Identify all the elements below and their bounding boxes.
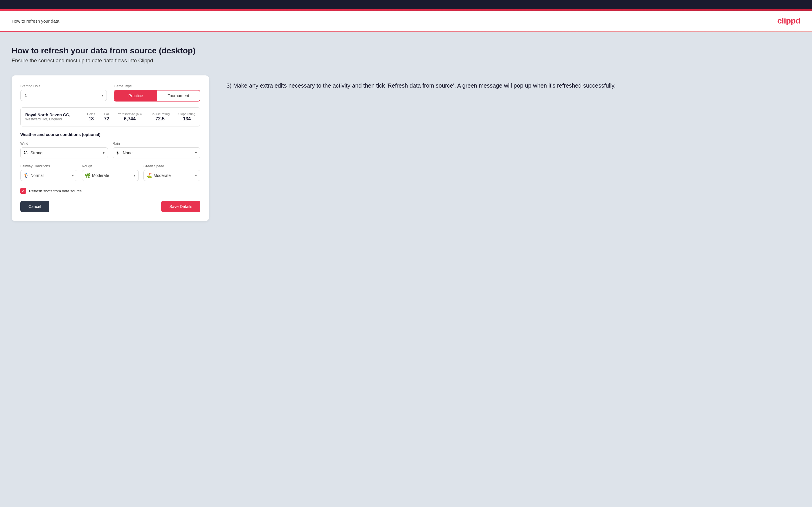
instruction-text: 3) Make any extra edits necessary to the… (226, 81, 800, 90)
content-row: Starting Hole 1 10 ▾ Game Type Practice … (12, 75, 800, 221)
checkmark-icon: ✓ (22, 189, 25, 193)
green-speed-group: Green Speed ⛳ Moderate Slow Fast ▾ (143, 164, 200, 181)
form-footer: Cancel Save Details (20, 201, 200, 212)
wind-select[interactable]: Strong Light Moderate None (20, 147, 108, 158)
yards-value: 6,744 (124, 116, 136, 121)
refresh-checkbox-row: ✓ Refresh shots from data source (20, 188, 200, 194)
starting-hole-label: Starting Hole (20, 84, 107, 88)
starting-hole-group: Starting Hole 1 10 ▾ (20, 84, 107, 102)
course-location: Westward Ho!, England (25, 117, 87, 121)
starting-hole-select-wrapper[interactable]: 1 10 ▾ (20, 90, 107, 101)
conditions-row-2: Fairway Conditions 🏌 Normal Soft Hard ▾ (20, 164, 200, 181)
fairway-select-wrapper[interactable]: 🏌 Normal Soft Hard ▾ (20, 170, 77, 181)
course-info: Royal North Devon GC, Westward Ho!, Engl… (25, 113, 87, 121)
holes-value: 18 (89, 116, 94, 121)
game-type-group: Game Type Practice Tournament (114, 84, 200, 102)
wind-group: Wind 🌬 Strong Light Moderate None ▾ (20, 142, 108, 158)
rain-label: Rain (113, 142, 200, 146)
slope-rating-value: 134 (183, 116, 191, 121)
refresh-checkbox[interactable]: ✓ (20, 188, 26, 194)
green-speed-select[interactable]: Moderate Slow Fast (143, 170, 200, 181)
green-speed-label: Green Speed (143, 164, 200, 168)
course-rating-label: Course rating (150, 112, 169, 116)
rain-select-wrapper[interactable]: ☀ None Light Heavy ▾ (113, 147, 200, 158)
header-title: How to refresh your data (12, 18, 59, 23)
refresh-checkbox-label: Refresh shots from data source (29, 189, 82, 193)
par-value: 72 (104, 116, 109, 121)
form-row-top: Starting Hole 1 10 ▾ Game Type Practice … (20, 84, 200, 102)
fairway-group: Fairway Conditions 🏌 Normal Soft Hard ▾ (20, 164, 77, 181)
par-stat: Par 72 (104, 112, 109, 121)
course-card: Royal North Devon GC, Westward Ho!, Engl… (20, 107, 200, 126)
tournament-button[interactable]: Tournament (157, 91, 200, 101)
instruction-panel: 3) Make any extra edits necessary to the… (226, 75, 800, 90)
course-rating-value: 72.5 (156, 116, 165, 121)
cancel-button[interactable]: Cancel (20, 201, 49, 212)
top-bar (0, 0, 812, 9)
page-subheading: Ensure the correct and most up to date d… (12, 58, 800, 64)
rain-group: Rain ☀ None Light Heavy ▾ (113, 142, 200, 158)
logo: clippd (777, 16, 800, 25)
starting-hole-select[interactable]: 1 10 (20, 90, 107, 101)
course-stats: Holes 18 Par 72 Yards/White (M)) 6,744 C… (87, 112, 195, 121)
holes-label: Holes (87, 112, 95, 116)
rough-group: Rough 🌿 Moderate Light Heavy ▾ (82, 164, 139, 181)
game-type-toggle: Practice Tournament (114, 90, 200, 102)
green-speed-select-wrapper[interactable]: ⛳ Moderate Slow Fast ▾ (143, 170, 200, 181)
course-name: Royal North Devon GC, (25, 113, 87, 117)
conditions-title: Weather and course conditions (optional) (20, 132, 200, 137)
rough-select-wrapper[interactable]: 🌿 Moderate Light Heavy ▾ (82, 170, 139, 181)
par-label: Par (104, 112, 109, 116)
rough-select[interactable]: Moderate Light Heavy (82, 170, 139, 181)
yards-stat: Yards/White (M)) 6,744 (118, 112, 142, 121)
rough-label: Rough (82, 164, 139, 168)
conditions-row-1: Wind 🌬 Strong Light Moderate None ▾ (20, 142, 200, 158)
fairway-select[interactable]: Normal Soft Hard (20, 170, 77, 181)
game-type-label: Game Type (114, 84, 200, 88)
fairway-label: Fairway Conditions (20, 164, 77, 168)
rain-select[interactable]: None Light Heavy (113, 147, 200, 158)
wind-select-wrapper[interactable]: 🌬 Strong Light Moderate None ▾ (20, 147, 108, 158)
course-rating-stat: Course rating 72.5 (150, 112, 169, 121)
save-button[interactable]: Save Details (161, 201, 200, 212)
yards-label: Yards/White (M)) (118, 112, 142, 116)
slope-rating-label: Slope rating (178, 112, 195, 116)
practice-button[interactable]: Practice (114, 91, 157, 101)
main-content: How to refresh your data from source (de… (0, 32, 812, 507)
conditions-section: Weather and course conditions (optional)… (20, 132, 200, 181)
holes-stat: Holes 18 (87, 112, 95, 121)
page-heading: How to refresh your data from source (de… (12, 46, 800, 55)
header: How to refresh your data clippd (0, 11, 812, 31)
slope-rating-stat: Slope rating 134 (178, 112, 195, 121)
form-card: Starting Hole 1 10 ▾ Game Type Practice … (12, 75, 209, 221)
wind-label: Wind (20, 142, 108, 146)
